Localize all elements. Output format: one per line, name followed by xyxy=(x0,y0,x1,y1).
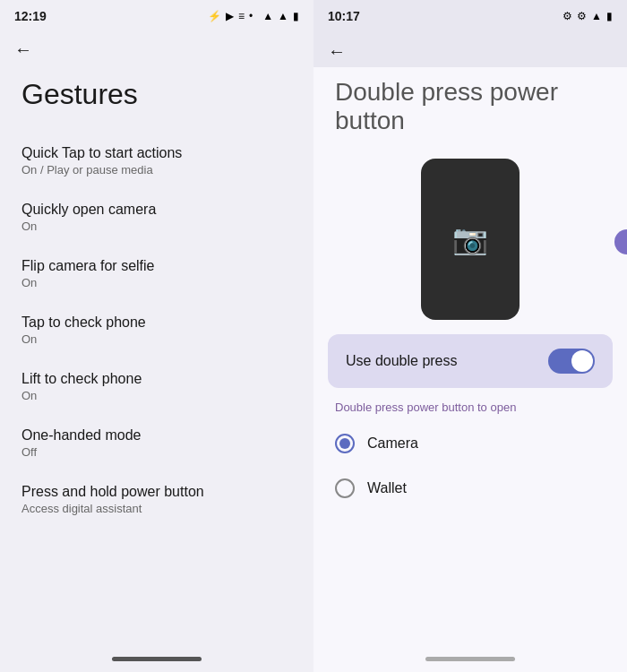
menu-icon: ≡ xyxy=(238,10,245,22)
settings-item-title: Lift to check phone xyxy=(21,371,292,387)
right-status-icons: ⚙ ⚙ ▲ ▮ xyxy=(563,10,613,22)
settings-list: Quick Tap to start actions On / Play or … xyxy=(0,133,314,646)
settings-item-subtitle: Access digital assistant xyxy=(21,502,292,515)
right-status-time: 10:17 xyxy=(328,9,360,23)
left-status-bar: 12:19 ⚡ ▶ ≡ • ▲ ▲ ▮ xyxy=(0,0,314,32)
left-back-button[interactable]: ← xyxy=(0,32,314,64)
youtube-icon: ▶ xyxy=(226,10,234,22)
settings-item-tap-check-phone[interactable]: Tap to check phone On xyxy=(0,302,314,358)
right-status-bar: 10:17 ⚙ ⚙ ▲ ▮ xyxy=(314,0,627,32)
settings-item-title: Quick Tap to start actions xyxy=(21,145,292,161)
dot-icon: • xyxy=(249,10,253,22)
nav-pill xyxy=(112,657,202,661)
settings-item-press-hold-power[interactable]: Press and hold power button Access digit… xyxy=(0,471,314,528)
nav-pill-right xyxy=(425,657,515,661)
toggle-knob xyxy=(571,350,593,372)
right-panel: 10:17 ⚙ ⚙ ▲ ▮ ← Double press power butto… xyxy=(314,0,627,672)
settings-item-subtitle: On xyxy=(21,332,292,346)
radio-wallet-outer xyxy=(335,478,355,498)
right-bottom-bar xyxy=(314,646,627,672)
wifi-icon: ▲ xyxy=(262,10,273,22)
settings-item-subtitle: On xyxy=(21,220,292,233)
right-battery-icon: ▮ xyxy=(606,10,613,22)
radio-section-label: Double press power button to open xyxy=(314,388,627,421)
radio-wallet[interactable]: Wallet xyxy=(314,466,627,511)
settings-item-subtitle: On xyxy=(21,389,292,402)
toggle-label: Use double press xyxy=(346,353,458,369)
settings-item-title: Quickly open camera xyxy=(21,202,292,218)
settings-item-title: Press and hold power button xyxy=(21,484,292,500)
bluetooth-icon: ⚡ xyxy=(208,10,221,22)
signal-icon: ▲ xyxy=(278,10,288,22)
right-page-title: Double press power button xyxy=(314,67,627,150)
settings-item-title: Flip camera for selfie xyxy=(21,258,292,274)
settings-item-subtitle: On xyxy=(21,276,292,289)
radio-camera-inner xyxy=(339,438,350,449)
settings-item-subtitle: Off xyxy=(21,445,292,459)
phone-illustration: 📷 xyxy=(314,150,627,334)
settings-item-title: Tap to check phone xyxy=(21,314,292,331)
radio-camera-label: Camera xyxy=(367,435,418,452)
left-panel: 12:19 ⚡ ▶ ≡ • ▲ ▲ ▮ ← Gestures Quick Tap… xyxy=(0,0,314,672)
left-page-title: Gestures xyxy=(0,64,314,133)
settings-item-quick-tap[interactable]: Quick Tap to start actions On / Play or … xyxy=(0,133,314,189)
settings-item-lift-check-phone[interactable]: Lift to check phone On xyxy=(0,358,314,415)
power-button-indicator xyxy=(614,229,627,254)
settings-item-quickly-open-camera[interactable]: Quickly open camera On xyxy=(0,189,314,246)
phone-mock: 📷 xyxy=(421,159,520,320)
radio-camera[interactable]: Camera xyxy=(314,421,627,466)
radio-camera-outer xyxy=(335,434,355,453)
settings-item-subtitle: On / Play or pause media xyxy=(21,163,292,177)
use-double-press-toggle[interactable] xyxy=(548,349,595,374)
left-status-icons: ⚡ ▶ ≡ • ▲ ▲ ▮ xyxy=(208,10,299,22)
right-back-button[interactable]: ← xyxy=(314,32,627,67)
settings-gear-icon: ⚙ xyxy=(563,10,572,22)
left-status-time: 12:19 xyxy=(14,9,47,23)
settings-item-title: One-handed mode xyxy=(21,427,292,444)
gear-icon: ⚙ xyxy=(577,10,587,22)
settings-item-one-handed-mode[interactable]: One-handed mode Off xyxy=(0,415,314,471)
battery-icon: ▮ xyxy=(293,10,299,22)
radio-wallet-label: Wallet xyxy=(367,480,407,496)
toggle-section: Use double press xyxy=(328,334,613,388)
camera-icon: 📷 xyxy=(452,222,488,256)
settings-item-flip-camera[interactable]: Flip camera for selfie On xyxy=(0,246,314,302)
left-bottom-bar xyxy=(0,646,314,672)
right-wifi-icon: ▲ xyxy=(591,10,602,22)
